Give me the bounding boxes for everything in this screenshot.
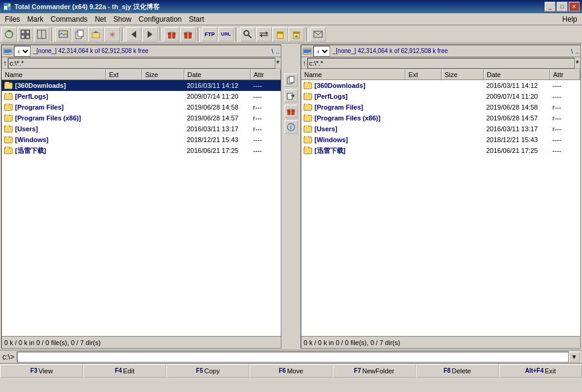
asterisk-button[interactable]: ✳ — [104, 27, 120, 42]
table-row[interactable]: [迅雷下载] 2016/06/21 17:25 ---- — [2, 145, 281, 156]
fn-alt-f4-button[interactable]: Alt+F4Exit — [499, 364, 582, 378]
menu-start[interactable]: Start — [185, 14, 207, 25]
menu-net[interactable]: Net — [91, 14, 110, 25]
image-button[interactable] — [55, 27, 71, 42]
left-drive-bar: c _[none_] 42,314,064 k of 62,912,508 k … — [2, 45, 281, 57]
fn-f5-button[interactable]: F5Copy — [166, 364, 249, 378]
right-nav-back[interactable]: \ — [571, 48, 573, 55]
fn-f6-button[interactable]: F6Move — [249, 364, 333, 378]
left-col-attr[interactable]: Attr — [251, 69, 281, 79]
copy-files-button[interactable] — [72, 27, 87, 42]
table-row[interactable]: [Program Files] 2019/06/28 14:58 r--- — [2, 102, 281, 113]
svg-rect-6 — [21, 35, 25, 39]
left-path-input[interactable] — [8, 58, 275, 69]
svg-point-39 — [10, 52, 11, 54]
svg-marker-17 — [131, 31, 136, 38]
left-path-star[interactable]: * — [277, 58, 280, 68]
email-button[interactable] — [310, 27, 326, 42]
left-col-date[interactable]: Date — [184, 69, 251, 79]
refresh-button[interactable] — [1, 27, 17, 42]
table-row[interactable]: [360Downloads] 2016/03/11 14:12 ---- — [301, 80, 580, 91]
right-path-input[interactable] — [307, 58, 575, 69]
left-col-ext[interactable]: Ext — [106, 69, 142, 79]
menu-help[interactable]: Help — [559, 14, 581, 25]
find-button[interactable] — [240, 27, 255, 42]
right-nav-up[interactable]: .. — [575, 48, 579, 55]
cmdline-scroll-button[interactable]: ▼ — [569, 352, 580, 362]
svg-text:✳: ✳ — [109, 30, 116, 39]
table-row[interactable]: [PerfLogs] 2009/07/14 11:20 ---- — [2, 91, 281, 102]
right-panel: c _[none_] 42,314,064 k of 62,912,508 k … — [301, 45, 581, 349]
url-button[interactable]: URL — [218, 27, 234, 42]
right-col-attr[interactable]: Attr — [550, 69, 580, 79]
info-mid-button[interactable]: i — [284, 120, 298, 134]
right-file-list[interactable]: [360Downloads] 2016/03/11 14:12 ---- [Pe… — [301, 80, 580, 336]
pack-button[interactable] — [272, 27, 288, 42]
close-button[interactable]: ✕ — [569, 2, 580, 11]
table-row[interactable]: [Program Files] 2019/06/28 14:58 r--- — [301, 102, 580, 113]
panel-button[interactable] — [34, 27, 49, 42]
left-nav-back[interactable]: \ — [272, 48, 274, 55]
left-col-size[interactable]: Size — [142, 69, 184, 79]
toolbar-sep-3 — [160, 28, 162, 41]
right-drive-nav: \ .. — [571, 48, 579, 55]
left-file-list[interactable]: [360Downloads] 2016/03/11 14:12 ---- [Pe… — [2, 80, 281, 336]
right-col-name[interactable]: Name — [301, 69, 405, 79]
table-row[interactable]: [Users] 2016/03/11 13:17 r--- — [2, 123, 281, 134]
left-drive-select[interactable]: c — [14, 46, 31, 57]
ftp-button[interactable]: FTP — [202, 27, 217, 42]
maximize-button[interactable]: □ — [557, 2, 568, 11]
minimize-button[interactable]: _ — [545, 2, 555, 11]
table-row[interactable]: [Program Files (x86)] 2019/06/28 14:57 r… — [2, 113, 281, 123]
back-button[interactable] — [126, 27, 142, 42]
fn-f8-button[interactable]: F8Delete — [416, 364, 499, 378]
move-mid-button[interactable] — [284, 89, 298, 102]
right-drive-bar: c _[none_] 42,314,064 k of 62,912,508 k … — [301, 45, 580, 57]
right-col-size[interactable]: Size — [442, 69, 484, 79]
right-path-star[interactable]: * — [576, 58, 579, 68]
sync-button[interactable] — [256, 27, 272, 42]
copy-mid-button[interactable] — [284, 73, 298, 87]
gift1-button[interactable] — [164, 27, 180, 42]
svg-rect-5 — [26, 30, 30, 34]
table-row[interactable]: [Program Files (x86)] 2019/06/28 14:57 r… — [301, 113, 580, 123]
svg-rect-34 — [293, 32, 299, 34]
svg-rect-42 — [287, 93, 292, 99]
left-nav-up[interactable]: .. — [276, 48, 280, 55]
table-row[interactable]: [PerfLogs] 2009/07/14 11:20 ---- — [301, 91, 580, 102]
svg-rect-13 — [78, 30, 83, 37]
grid-button[interactable] — [17, 27, 33, 42]
unpack2-button[interactable] — [289, 27, 304, 42]
right-col-date[interactable]: Date — [484, 69, 550, 79]
app-icon — [2, 2, 12, 11]
menu-files[interactable]: Files — [1, 14, 23, 25]
menu-show[interactable]: Show — [110, 14, 135, 25]
table-row[interactable]: [360Downloads] 2016/03/11 14:12 ---- — [2, 80, 281, 91]
gift-mid-button[interactable] — [284, 105, 298, 118]
left-col-name[interactable]: Name — [2, 69, 106, 79]
left-sort-arrow: ↑ — [3, 59, 7, 67]
toolbar-sep-2 — [122, 28, 124, 41]
left-drive-nav: \ .. — [272, 48, 280, 55]
right-col-ext[interactable]: Ext — [405, 69, 442, 79]
menu-configuration[interactable]: Configuration — [135, 14, 185, 25]
table-row[interactable]: [Users] 2016/03/11 13:17 r--- — [301, 123, 580, 134]
table-row[interactable]: [Windows] 2018/12/21 15:43 ---- — [301, 134, 580, 145]
right-drive-select[interactable]: c — [313, 46, 330, 57]
cmdline-prompt: c:\> — [2, 353, 14, 361]
cmdline-input[interactable] — [17, 352, 569, 362]
fn-f7-button[interactable]: F7NewFolder — [333, 364, 416, 378]
fn-f4-button[interactable]: F4Edit — [83, 364, 166, 378]
gift2-button[interactable] — [180, 27, 196, 42]
menu-mark[interactable]: Mark — [23, 14, 47, 25]
forward-button[interactable] — [142, 27, 158, 42]
menu-commands[interactable]: Commands — [47, 14, 91, 25]
fn-f3-button[interactable]: F3View — [0, 364, 83, 378]
svg-rect-32 — [277, 32, 283, 34]
unpack-button[interactable] — [88, 27, 104, 42]
table-row[interactable]: [Windows] 2018/12/21 15:43 ---- — [2, 134, 281, 145]
svg-marker-28 — [266, 31, 268, 35]
toolbar-sep-1 — [51, 28, 54, 41]
right-sort-arrow: ↑ — [302, 59, 306, 67]
table-row[interactable]: [迅雷下载] 2016/06/21 17:25 ---- — [301, 145, 580, 156]
